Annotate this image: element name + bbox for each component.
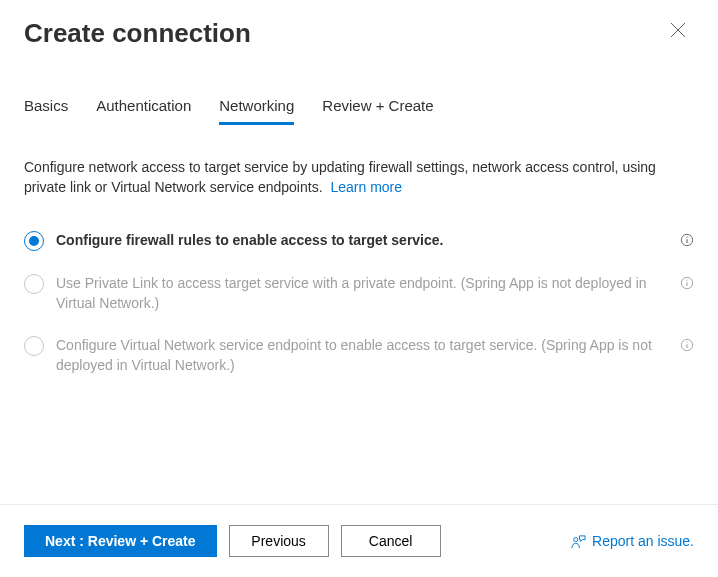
- learn-more-link[interactable]: Learn more: [330, 179, 402, 195]
- tab-basics[interactable]: Basics: [24, 97, 68, 125]
- tab-networking[interactable]: Networking: [219, 97, 294, 125]
- tab-authentication[interactable]: Authentication: [96, 97, 191, 125]
- option-firewall-label: Configure firewall rules to enable acces…: [56, 230, 672, 250]
- cancel-button[interactable]: Cancel: [341, 525, 441, 557]
- svg-point-7: [686, 279, 687, 280]
- option-firewall[interactable]: Configure firewall rules to enable acces…: [24, 230, 694, 251]
- page-title: Create connection: [24, 18, 251, 49]
- option-private-link: Use Private Link to access target servic…: [24, 273, 694, 314]
- option-vnet: Configure Virtual Network service endpoi…: [24, 335, 694, 376]
- radio-vnet: [24, 336, 44, 356]
- svg-point-4: [686, 236, 687, 237]
- info-icon[interactable]: [680, 338, 694, 352]
- svg-point-11: [574, 537, 578, 541]
- option-private-link-label: Use Private Link to access target servic…: [56, 273, 672, 314]
- info-icon[interactable]: [680, 233, 694, 247]
- svg-point-10: [686, 342, 687, 343]
- tab-review[interactable]: Review + Create: [322, 97, 433, 125]
- networking-options: Configure firewall rules to enable acces…: [24, 230, 694, 376]
- footer-bar: Next : Review + Create Previous Cancel R…: [0, 504, 718, 577]
- person-feedback-icon: [571, 534, 586, 549]
- option-vnet-label: Configure Virtual Network service endpoi…: [56, 335, 672, 376]
- next-button[interactable]: Next : Review + Create: [24, 525, 217, 557]
- report-issue-link[interactable]: Report an issue.: [571, 533, 694, 549]
- radio-firewall[interactable]: [24, 231, 44, 251]
- info-icon[interactable]: [680, 276, 694, 290]
- description-text: Configure network access to target servi…: [24, 157, 694, 198]
- tab-bar: Basics Authentication Networking Review …: [0, 97, 718, 125]
- report-issue-label: Report an issue.: [592, 533, 694, 549]
- previous-button[interactable]: Previous: [229, 525, 329, 557]
- close-icon[interactable]: [666, 18, 690, 42]
- radio-private-link: [24, 274, 44, 294]
